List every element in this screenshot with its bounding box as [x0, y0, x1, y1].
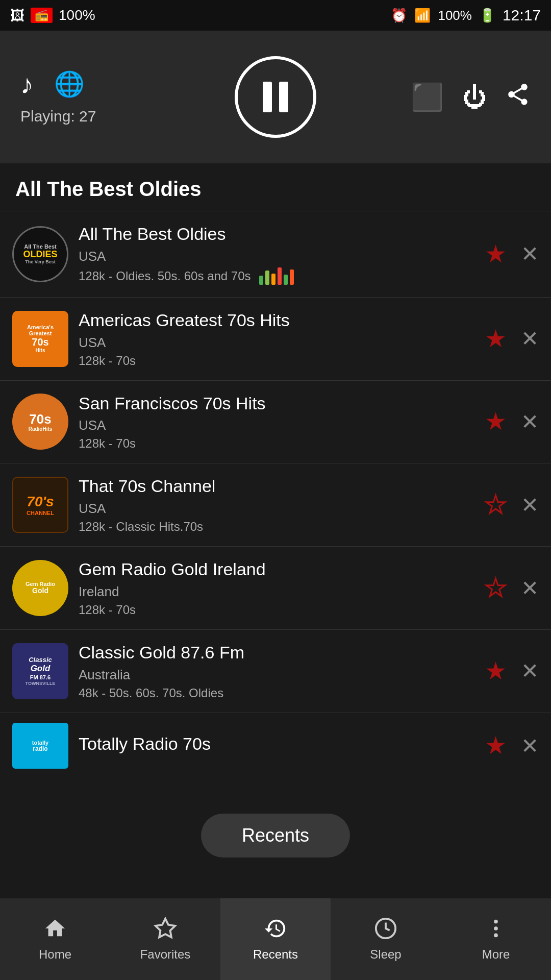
more-icon: [484, 917, 508, 942]
battery-text: 100%: [438, 8, 472, 23]
station-logo: All The Best OLDIES The Very Best: [12, 226, 68, 282]
station-item[interactable]: America's Greatest 70s Hits Americas Gre…: [0, 297, 551, 380]
station-meta: 48k - 50s. 60s. 70s. Oldies: [79, 686, 474, 700]
station-item[interactable]: 70's CHANNEL That 70s Channel USA 128k -…: [0, 463, 551, 546]
favorite-button[interactable]: ★: [485, 242, 507, 266]
remove-button[interactable]: ✕: [521, 409, 539, 434]
station-info: San Franciscos 70s Hits USA 128k - 70s: [79, 393, 474, 451]
svg-point-2: [494, 920, 498, 924]
svg-point-3: [494, 926, 498, 930]
station-country: USA: [79, 501, 474, 517]
alarm-icon: ⏰: [391, 8, 407, 23]
station-name: Totally Radio 70s: [79, 733, 474, 754]
station-actions: ★ ✕: [485, 241, 539, 266]
station-info: Gem Radio Gold Ireland Ireland 128k - 70…: [79, 559, 474, 617]
gallery-icon: 🖼: [10, 7, 24, 24]
power-button[interactable]: ⏻: [462, 83, 487, 111]
section-title: All The Best Oldies: [0, 163, 551, 211]
station-country: Australia: [79, 667, 474, 683]
player-header: ♪ 🌐 Playing: 27 ⬛ ⏻: [0, 31, 551, 163]
player-left-controls: ♪ 🌐 Playing: 27: [20, 69, 96, 125]
time-display: 12:17: [503, 7, 541, 24]
home-icon: [43, 917, 67, 942]
station-meta: 128k - Classic Hits.70s: [79, 520, 474, 534]
recents-tooltip: Recents: [201, 814, 350, 857]
nav-sleep[interactable]: Sleep: [331, 898, 441, 980]
station-country: USA: [79, 335, 474, 351]
station-actions: ★ ✕: [485, 493, 539, 518]
station-info: Classic Gold 87.6 Fm Australia 48k - 50s…: [79, 642, 474, 700]
remove-button[interactable]: ✕: [521, 493, 539, 518]
station-actions: ★ ✕: [485, 733, 539, 758]
status-number: 100%: [59, 7, 95, 23]
globe-icon[interactable]: 🌐: [54, 70, 85, 99]
favorite-button[interactable]: ★: [485, 659, 507, 683]
station-meta: 128k - 70s: [79, 354, 474, 368]
station-info: That 70s Channel USA 128k - Classic Hits…: [79, 476, 474, 534]
station-info: Americas Greatest 70s Hits USA 128k - 70…: [79, 310, 474, 368]
nav-favorites-label: Favorites: [140, 947, 191, 962]
favorite-button[interactable]: ★: [485, 576, 507, 600]
svg-marker-0: [156, 919, 175, 937]
nav-more-label: More: [482, 947, 510, 962]
station-actions: ★ ✕: [485, 409, 539, 434]
station-logo: America's Greatest 70s Hits: [12, 311, 68, 367]
station-country: USA: [79, 249, 474, 264]
favorite-button[interactable]: ★: [485, 493, 507, 517]
share-button[interactable]: [505, 82, 531, 112]
remove-button[interactable]: ✕: [521, 326, 539, 351]
favorite-button[interactable]: ★: [485, 733, 507, 758]
station-meta: 128k - Oldies. 50s. 60s and 70s: [79, 267, 474, 285]
station-item[interactable]: 70s RadioHits San Franciscos 70s Hits US…: [0, 380, 551, 463]
station-actions: ★ ✕: [485, 658, 539, 683]
playing-label: Playing: 27: [20, 108, 96, 125]
station-item[interactable]: All The Best OLDIES The Very Best All Th…: [0, 211, 551, 297]
nav-sleep-label: Sleep: [370, 947, 401, 962]
station-info: All The Best Oldies USA 128k - Oldies. 5…: [79, 224, 474, 285]
remove-button[interactable]: ✕: [521, 658, 539, 683]
station-country: USA: [79, 418, 474, 433]
nav-more[interactable]: More: [441, 898, 551, 980]
station-name: That 70s Channel: [79, 476, 474, 497]
favorite-button[interactable]: ★: [485, 409, 507, 434]
station-actions: ★ ✕: [485, 326, 539, 351]
nav-recents[interactable]: Recents: [220, 898, 331, 980]
pause-button[interactable]: [235, 56, 316, 138]
remove-button[interactable]: ✕: [521, 733, 539, 758]
station-meta: 128k - 70s: [79, 436, 474, 451]
battery-icon: 🔋: [479, 8, 495, 23]
radio-icon: 📻: [31, 8, 53, 23]
status-left: 🖼 📻 100%: [10, 7, 95, 24]
station-list: All The Best OLDIES The Very Best All Th…: [0, 211, 551, 915]
station-item[interactable]: Classic Gold FM 87.6 TOWNSVILLE Classic …: [0, 629, 551, 713]
bottom-nav: Home Favorites Recents Sleep: [0, 898, 551, 980]
nav-home[interactable]: Home: [0, 898, 110, 980]
station-name: Classic Gold 87.6 Fm: [79, 642, 474, 663]
nav-home-label: Home: [39, 947, 71, 962]
status-bar: 🖼 📻 100% ⏰ 📶 100% 🔋 12:17: [0, 0, 551, 31]
clock-icon: [374, 917, 397, 942]
svg-point-4: [494, 934, 498, 938]
remove-button[interactable]: ✕: [521, 576, 539, 601]
station-name: San Franciscos 70s Hits: [79, 393, 474, 414]
music-icon[interactable]: ♪: [20, 69, 34, 100]
station-logo: 70s RadioHits: [12, 394, 68, 450]
station-name: Americas Greatest 70s Hits: [79, 310, 474, 331]
station-item[interactable]: Gem Radio Gold Gem Radio Gold Ireland Ir…: [0, 546, 551, 629]
station-logo: 70's CHANNEL: [12, 477, 68, 533]
station-name: Gem Radio Gold Ireland: [79, 559, 474, 580]
station-item[interactable]: totally radio Totally Radio 70s ★ ✕: [0, 713, 551, 779]
stop-button[interactable]: ⬛: [411, 82, 444, 113]
nav-favorites[interactable]: Favorites: [110, 898, 220, 980]
remove-button[interactable]: ✕: [521, 241, 539, 266]
station-logo: Gem Radio Gold: [12, 560, 68, 616]
favorite-button[interactable]: ★: [485, 327, 507, 351]
station-country: Ireland: [79, 584, 474, 600]
station-meta: 128k - 70s: [79, 603, 474, 617]
station-info: Totally Radio 70s: [79, 733, 474, 758]
status-right: ⏰ 📶 100% 🔋 12:17: [391, 7, 541, 24]
station-logo: totally radio: [12, 723, 68, 769]
wifi-icon: 📶: [414, 8, 431, 23]
history-icon: [264, 917, 287, 942]
station-logo: Classic Gold FM 87.6 TOWNSVILLE: [12, 643, 68, 699]
